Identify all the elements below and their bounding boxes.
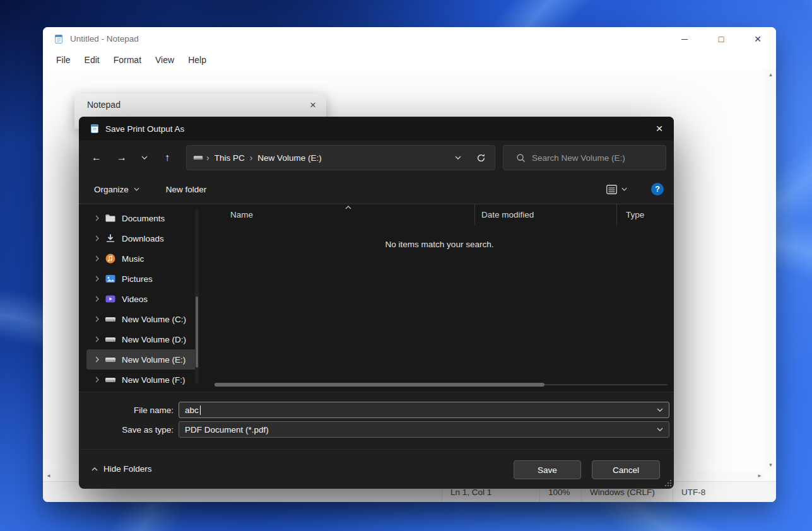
column-header-name[interactable]: Name	[205, 204, 474, 225]
details-view-icon	[606, 185, 617, 194]
expand-chevron-icon[interactable]	[95, 376, 99, 383]
expand-chevron-icon[interactable]	[95, 296, 99, 302]
sidebar-item-documents[interactable]: Documents	[86, 208, 199, 228]
chevron-down-icon	[621, 187, 627, 191]
search-box[interactable]	[503, 145, 666, 170]
new-folder-button[interactable]: New folder	[160, 180, 213, 199]
scroll-down-icon[interactable]: ▼	[768, 462, 774, 468]
sidebar-item-label: Videos	[122, 295, 148, 304]
expand-chevron-icon[interactable]	[95, 255, 99, 262]
menu-help[interactable]: Help	[181, 52, 213, 67]
notepad-menubar: File Edit Format View Help	[43, 50, 776, 69]
save-as-type-dropdown[interactable]: PDF Document (*.pdf)	[179, 421, 669, 438]
navigation-toolbar: ← → ↑ › This PC › New Volume (E:)	[79, 141, 674, 175]
breadcrumb-new-volume-e[interactable]: New Volume (E:)	[253, 153, 326, 163]
expand-chevron-icon[interactable]	[95, 235, 99, 242]
minimize-button[interactable]: ─	[666, 27, 703, 50]
file-name-label: File name:	[79, 406, 174, 415]
menu-file[interactable]: File	[49, 52, 78, 67]
nav-pane-scrollbar-thumb[interactable]	[196, 296, 198, 368]
sidebar-item-label: New Volume (F:)	[122, 375, 185, 385]
expand-chevron-icon[interactable]	[95, 336, 99, 342]
change-view-button[interactable]	[601, 181, 632, 198]
dialog-title: Save Print Output As	[105, 124, 184, 134]
status-encoding: UTF-8	[673, 482, 776, 502]
print-dialog-close-button[interactable]: ×	[310, 100, 316, 110]
hide-folders-button[interactable]: Hide Folders	[85, 460, 158, 478]
chevron-down-icon[interactable]	[657, 428, 663, 431]
notepad-app-icon	[90, 124, 100, 134]
drive-icon	[105, 313, 116, 325]
menu-view[interactable]: View	[148, 52, 181, 67]
address-dropdown-chevron-icon[interactable]	[447, 147, 469, 168]
file-name-value: abc	[185, 406, 199, 415]
sidebar-item-label: Pictures	[122, 274, 153, 284]
back-button[interactable]: ←	[84, 146, 109, 169]
up-button[interactable]: ↑	[155, 146, 180, 169]
chevron-down-icon[interactable]	[657, 408, 663, 412]
drive-icon	[105, 334, 116, 345]
videos-icon	[105, 293, 116, 305]
notepad-vertical-scrollbar[interactable]: ▲ ▼	[765, 69, 776, 470]
organize-button[interactable]: Organize	[88, 180, 146, 199]
column-header-date-modified[interactable]: Date modified	[474, 204, 616, 225]
breadcrumb-separator-icon: ›	[206, 153, 210, 163]
close-button[interactable]: ×	[739, 27, 776, 50]
refresh-icon[interactable]	[469, 147, 492, 168]
empty-list-message: No items match your search.	[205, 240, 674, 249]
scrollbar-thumb[interactable]	[215, 383, 544, 387]
maximize-button[interactable]: □	[703, 27, 739, 50]
save-as-type-label: Save as type:	[79, 425, 174, 435]
sidebar-item-videos[interactable]: Videos	[86, 289, 199, 309]
expand-chevron-icon[interactable]	[95, 215, 99, 221]
file-list: Name Date modified Type No items match y…	[205, 204, 674, 392]
chevron-down-icon	[134, 187, 139, 191]
help-icon[interactable]: ?	[651, 183, 664, 195]
save-dialog-titlebar: Save Print Output As ×	[79, 117, 674, 141]
sidebar-item-new-volume-f[interactable]: New Volume (F:)	[86, 370, 199, 390]
drive-icon	[105, 374, 116, 385]
save-button[interactable]: Save	[514, 460, 581, 479]
notepad-app-icon	[54, 34, 64, 44]
menu-edit[interactable]: Edit	[78, 52, 107, 67]
sidebar-item-label: New Volume (C:)	[122, 315, 186, 324]
expand-chevron-icon[interactable]	[95, 316, 99, 322]
sidebar-item-downloads[interactable]: Downloads	[86, 228, 199, 248]
hide-folders-label: Hide Folders	[103, 464, 152, 474]
drive-icon	[105, 354, 116, 365]
file-list-horizontal-scrollbar[interactable]	[215, 383, 668, 387]
window-controls: ─ □ ×	[666, 27, 776, 50]
save-fields: File name: abc Save as type: PDF Documen…	[79, 397, 674, 449]
cancel-button[interactable]: Cancel	[592, 460, 660, 479]
forward-button[interactable]: →	[109, 146, 134, 169]
recent-locations-chevron-icon[interactable]	[134, 146, 155, 169]
chevron-up-icon	[91, 467, 98, 471]
dialog-close-button[interactable]: ×	[645, 117, 674, 141]
scroll-left-icon[interactable]: ◄	[46, 473, 51, 479]
sidebar-item-label: Downloads	[122, 234, 164, 243]
sidebar-item-label: Music	[122, 254, 144, 264]
resize-grip[interactable]	[664, 479, 672, 487]
notepad-titlebar: Untitled - Notepad ─ □ ×	[43, 27, 776, 50]
sidebar-item-new-volume-c[interactable]: New Volume (C:)	[86, 309, 199, 329]
breadcrumb-this-pc[interactable]: This PC	[210, 153, 249, 163]
downloads-icon	[105, 233, 116, 244]
sidebar-item-new-volume-d[interactable]: New Volume (D:)	[86, 329, 199, 349]
column-header-type[interactable]: Type	[616, 204, 674, 225]
sidebar-item-pictures[interactable]: Pictures	[86, 269, 199, 289]
menu-format[interactable]: Format	[107, 52, 148, 67]
search-input[interactable]	[532, 153, 658, 163]
file-name-input[interactable]: abc	[179, 402, 669, 418]
save-as-type-row: Save as type: PDF Document (*.pdf)	[79, 421, 669, 438]
expand-chevron-icon[interactable]	[95, 276, 99, 282]
sidebar-item-new-volume-e[interactable]: New Volume (E:)	[86, 349, 199, 370]
command-bar-right: ?	[601, 181, 664, 198]
scroll-up-icon[interactable]: ▲	[768, 72, 774, 78]
expand-chevron-icon[interactable]	[95, 356, 99, 363]
address-bar[interactable]: › This PC › New Volume (E:)	[186, 145, 495, 170]
organize-label: Organize	[94, 185, 129, 194]
documents-folder-icon	[105, 213, 116, 224]
nav-pane-scrollbar[interactable]	[195, 209, 199, 384]
scroll-right-icon[interactable]: ►	[757, 473, 762, 479]
sidebar-item-music[interactable]: Music	[86, 248, 199, 269]
